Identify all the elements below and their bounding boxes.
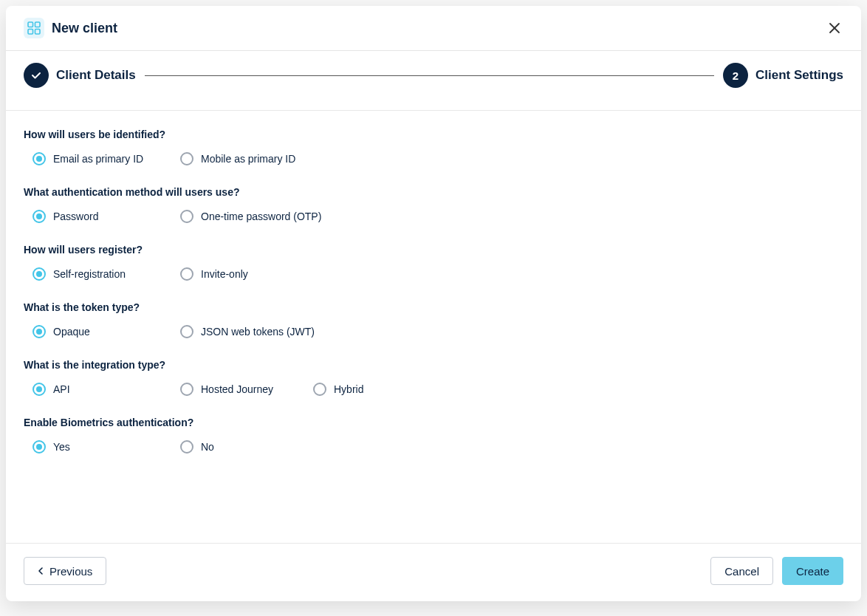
option-hosted-journey[interactable]: Hosted Journey (180, 383, 313, 396)
svg-rect-2 (28, 30, 33, 35)
option-label: Invite-only (201, 268, 248, 280)
option-label: API (53, 383, 70, 395)
identify-options: Email as primary ID Mobile as primary ID (24, 152, 843, 165)
radio-icon (180, 210, 193, 223)
previous-label: Previous (49, 565, 92, 578)
radio-icon (180, 267, 193, 281)
option-self-registration[interactable]: Self-registration (32, 267, 180, 281)
question-biometrics-label: Enable Biometrics authentication? (24, 417, 843, 428)
radio-icon (32, 383, 46, 396)
modal-header: New client (6, 6, 861, 51)
svg-rect-0 (28, 22, 33, 27)
option-api[interactable]: API (32, 383, 180, 396)
close-button[interactable] (826, 19, 843, 37)
option-label: Yes (53, 441, 70, 453)
radio-icon (180, 383, 193, 396)
radio-icon (180, 440, 193, 454)
question-register-label: How will users register? (24, 244, 843, 256)
option-jwt[interactable]: JSON web tokens (JWT) (180, 325, 328, 338)
step-1-label: Client Details (56, 68, 136, 83)
chevron-left-icon (38, 567, 44, 575)
option-label: Opaque (53, 326, 90, 338)
option-hybrid[interactable]: Hybrid (313, 383, 461, 396)
create-button[interactable]: Create (782, 557, 843, 585)
radio-icon (32, 440, 46, 454)
option-invite-only[interactable]: Invite-only (180, 267, 328, 281)
question-auth-label: What authentication method will users us… (24, 186, 843, 198)
option-label: Hybrid (334, 383, 363, 395)
option-biometrics-yes[interactable]: Yes (32, 440, 180, 454)
option-label: Hosted Journey (201, 383, 273, 395)
step-client-settings[interactable]: 2 Client Settings (723, 63, 843, 88)
option-opaque[interactable]: Opaque (32, 325, 180, 338)
option-label: Password (53, 211, 98, 222)
step-client-details[interactable]: Client Details (24, 63, 136, 88)
radio-icon (180, 325, 193, 338)
footer-right: Cancel Create (710, 557, 843, 585)
radio-icon (32, 325, 46, 338)
option-label: Self-registration (53, 268, 126, 280)
radio-icon (32, 152, 46, 165)
option-mobile-primary[interactable]: Mobile as primary ID (180, 152, 328, 165)
option-label: Email as primary ID (53, 153, 143, 165)
token-options: Opaque JSON web tokens (JWT) (24, 325, 843, 338)
step-connector (145, 75, 714, 76)
integration-options: API Hosted Journey Hybrid (24, 383, 843, 396)
question-identify-label: How will users be identified? (24, 129, 843, 140)
svg-rect-1 (35, 22, 41, 27)
auth-options: Password One-time password (OTP) (24, 210, 843, 223)
cancel-button[interactable]: Cancel (710, 557, 773, 585)
question-integration: What is the integration type? API Hosted… (24, 359, 843, 396)
step-1-circle (24, 63, 49, 88)
option-label: No (201, 441, 214, 453)
step-2-circle: 2 (723, 63, 748, 88)
option-label: One-time password (OTP) (201, 211, 321, 222)
question-biometrics: Enable Biometrics authentication? Yes No (24, 417, 843, 454)
svg-rect-3 (35, 30, 41, 35)
option-biometrics-no[interactable]: No (180, 440, 328, 454)
option-label: JSON web tokens (JWT) (201, 326, 315, 338)
modal-header-left: New client (24, 18, 117, 38)
option-password[interactable]: Password (32, 210, 180, 223)
step-2-label: Client Settings (755, 68, 843, 83)
question-identify: How will users be identified? Email as p… (24, 129, 843, 165)
check-icon (30, 69, 42, 81)
close-icon (829, 22, 840, 34)
radio-icon (313, 383, 326, 396)
biometrics-options: Yes No (24, 440, 843, 454)
cancel-label: Cancel (724, 565, 759, 578)
new-client-modal: New client Client Details 2 Client Setti… (6, 6, 861, 601)
question-token: What is the token type? Opaque JSON web … (24, 301, 843, 338)
previous-button[interactable]: Previous (24, 557, 106, 585)
radio-icon (32, 267, 46, 281)
modal-title: New client (52, 21, 117, 36)
create-label: Create (796, 565, 829, 578)
option-email-primary[interactable]: Email as primary ID (32, 152, 180, 165)
question-integration-label: What is the integration type? (24, 359, 843, 371)
radio-icon (32, 210, 46, 223)
stepper: Client Details 2 Client Settings (6, 51, 861, 111)
question-register: How will users register? Self-registrati… (24, 244, 843, 281)
register-options: Self-registration Invite-only (24, 267, 843, 281)
grid-icon (24, 18, 44, 38)
radio-icon (180, 152, 193, 165)
modal-footer: Previous Cancel Create (6, 543, 861, 601)
question-auth: What authentication method will users us… (24, 186, 843, 223)
option-label: Mobile as primary ID (201, 153, 295, 165)
modal-body: How will users be identified? Email as p… (6, 111, 861, 543)
question-token-label: What is the token type? (24, 301, 843, 313)
option-otp[interactable]: One-time password (OTP) (180, 210, 328, 223)
